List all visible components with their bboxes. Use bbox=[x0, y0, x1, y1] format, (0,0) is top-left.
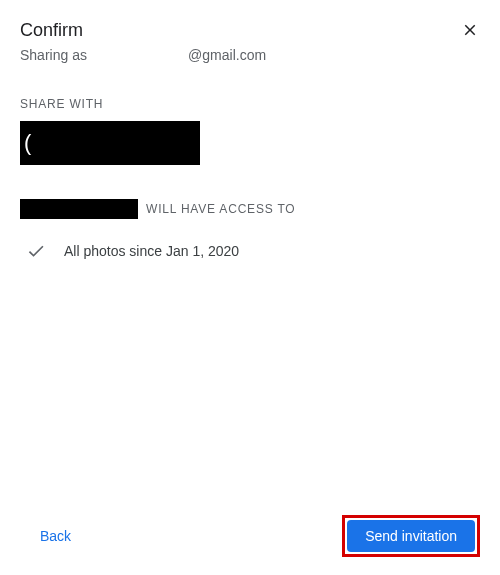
send-button-highlight: Send invitation bbox=[342, 515, 480, 557]
sharing-email-redacted bbox=[91, 47, 188, 63]
send-invitation-button[interactable]: Send invitation bbox=[347, 520, 475, 552]
confirm-dialog: Confirm Sharing as @gmail.com SHARE WITH… bbox=[0, 0, 500, 575]
close-button[interactable] bbox=[458, 18, 482, 42]
back-button[interactable]: Back bbox=[30, 520, 81, 552]
recipient-name-redacted bbox=[20, 199, 138, 219]
access-description: All photos since Jan 1, 2020 bbox=[64, 243, 239, 259]
sharing-prefix: Sharing as bbox=[20, 47, 87, 63]
sharing-email-suffix: @gmail.com bbox=[188, 47, 266, 63]
share-with-label: SHARE WITH bbox=[20, 97, 480, 111]
dialog-title: Confirm bbox=[20, 20, 458, 41]
sharing-as-line: Sharing as @gmail.com bbox=[20, 47, 458, 63]
access-heading: WILL HAVE ACCESS TO bbox=[20, 199, 480, 219]
dialog-header: Confirm Sharing as @gmail.com bbox=[20, 20, 480, 63]
check-icon bbox=[26, 241, 46, 261]
close-icon bbox=[461, 21, 479, 39]
title-block: Confirm Sharing as @gmail.com bbox=[20, 20, 458, 63]
recipient-chip-redacted[interactable]: ( bbox=[20, 121, 200, 165]
chip-paren: ( bbox=[24, 130, 31, 156]
access-label: WILL HAVE ACCESS TO bbox=[146, 202, 295, 216]
access-list-item: All photos since Jan 1, 2020 bbox=[20, 241, 480, 261]
dialog-footer: Back Send invitation bbox=[0, 515, 500, 557]
